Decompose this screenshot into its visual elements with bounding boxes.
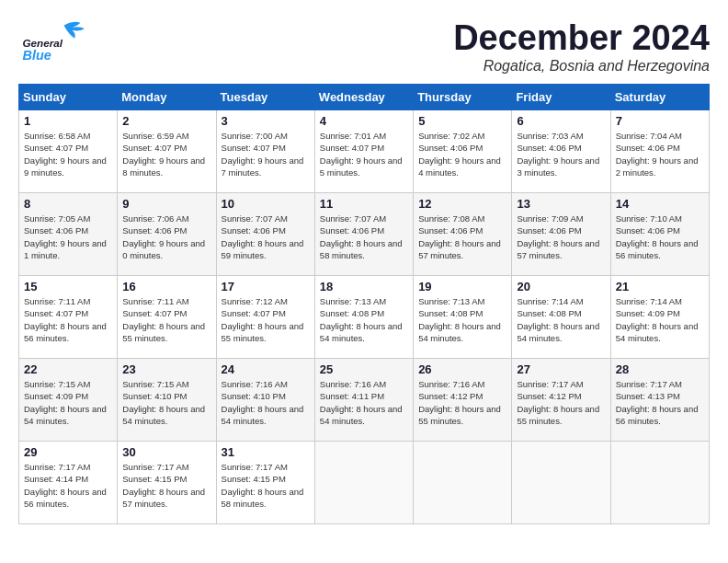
day-number: 5 bbox=[418, 114, 506, 128]
day-info: Sunrise: 7:12 AMSunset: 4:07 PMDaylight:… bbox=[222, 295, 310, 344]
day-number: 11 bbox=[320, 197, 408, 211]
calendar-cell: 22Sunrise: 7:15 AMSunset: 4:09 PMDayligh… bbox=[19, 359, 118, 442]
calendar-cell: 7Sunrise: 7:04 AMSunset: 4:06 PMDaylight… bbox=[610, 110, 709, 193]
day-info: Sunrise: 7:10 AMSunset: 4:06 PMDaylight:… bbox=[616, 213, 704, 261]
calendar-cell bbox=[314, 442, 413, 524]
day-number: 18 bbox=[320, 280, 408, 293]
day-info: Sunrise: 7:17 AMSunset: 4:13 PMDaylight:… bbox=[616, 378, 704, 427]
day-number: 22 bbox=[24, 362, 112, 376]
calendar-cell: 8Sunrise: 7:05 AMSunset: 4:06 PMDaylight… bbox=[19, 193, 118, 276]
day-number: 28 bbox=[616, 362, 704, 376]
day-number: 29 bbox=[24, 445, 112, 459]
calendar-cell: 17Sunrise: 7:12 AMSunset: 4:07 PMDayligh… bbox=[216, 276, 314, 359]
day-info: Sunrise: 7:06 AMSunset: 4:06 PMDaylight:… bbox=[122, 213, 210, 261]
calendar-cell: 2Sunrise: 6:59 AMSunset: 4:07 PMDaylight… bbox=[118, 110, 216, 193]
day-number: 9 bbox=[122, 197, 210, 211]
day-info: Sunrise: 7:11 AMSunset: 4:07 PMDaylight:… bbox=[122, 295, 210, 344]
header-friday: Friday bbox=[512, 85, 610, 110]
header-tuesday: Tuesday bbox=[216, 85, 314, 110]
week-row-3: 15Sunrise: 7:11 AMSunset: 4:07 PMDayligh… bbox=[19, 276, 710, 359]
header-wednesday: Wednesday bbox=[314, 85, 413, 110]
day-info: Sunrise: 7:15 AMSunset: 4:09 PMDaylight:… bbox=[24, 378, 112, 427]
day-info: Sunrise: 7:05 AMSunset: 4:06 PMDaylight:… bbox=[24, 213, 112, 261]
day-number: 8 bbox=[24, 197, 112, 211]
day-number: 31 bbox=[222, 445, 310, 459]
day-number: 24 bbox=[222, 362, 310, 376]
calendar-cell: 30Sunrise: 7:17 AMSunset: 4:15 PMDayligh… bbox=[118, 442, 216, 524]
calendar-cell: 12Sunrise: 7:08 AMSunset: 4:06 PMDayligh… bbox=[414, 193, 512, 276]
day-number: 16 bbox=[122, 280, 210, 293]
day-number: 30 bbox=[122, 445, 210, 459]
calendar-cell: 4Sunrise: 7:01 AMSunset: 4:07 PMDaylight… bbox=[314, 110, 413, 193]
page-header: General Blue December 2024 Rogatica, Bos… bbox=[18, 18, 710, 75]
day-number: 1 bbox=[24, 114, 112, 128]
logo-image: General Blue bbox=[18, 18, 101, 64]
logo: General Blue bbox=[18, 18, 101, 64]
calendar-cell: 1Sunrise: 6:58 AMSunset: 4:07 PMDaylight… bbox=[19, 110, 118, 193]
day-info: Sunrise: 7:01 AMSunset: 4:07 PMDaylight:… bbox=[320, 130, 408, 178]
calendar-cell: 14Sunrise: 7:10 AMSunset: 4:06 PMDayligh… bbox=[610, 193, 709, 276]
calendar-cell: 15Sunrise: 7:11 AMSunset: 4:07 PMDayligh… bbox=[19, 276, 118, 359]
calendar-body: 1Sunrise: 6:58 AMSunset: 4:07 PMDaylight… bbox=[19, 110, 710, 524]
week-row-5: 29Sunrise: 7:17 AMSunset: 4:14 PMDayligh… bbox=[19, 442, 710, 524]
day-info: Sunrise: 7:17 AMSunset: 4:12 PMDaylight:… bbox=[517, 378, 605, 427]
day-info: Sunrise: 7:02 AMSunset: 4:06 PMDaylight:… bbox=[418, 130, 506, 178]
day-info: Sunrise: 7:16 AMSunset: 4:11 PMDaylight:… bbox=[320, 378, 408, 427]
calendar-cell: 27Sunrise: 7:17 AMSunset: 4:12 PMDayligh… bbox=[512, 359, 610, 442]
day-number: 4 bbox=[320, 114, 408, 128]
day-info: Sunrise: 7:13 AMSunset: 4:08 PMDaylight:… bbox=[418, 295, 506, 344]
day-number: 12 bbox=[418, 197, 506, 211]
day-info: Sunrise: 7:14 AMSunset: 4:09 PMDaylight:… bbox=[616, 295, 704, 344]
day-number: 25 bbox=[320, 362, 408, 376]
day-number: 27 bbox=[517, 362, 605, 376]
day-info: Sunrise: 6:58 AMSunset: 4:07 PMDaylight:… bbox=[24, 130, 112, 178]
calendar-cell: 23Sunrise: 7:15 AMSunset: 4:10 PMDayligh… bbox=[118, 359, 216, 442]
calendar-cell: 25Sunrise: 7:16 AMSunset: 4:11 PMDayligh… bbox=[314, 359, 413, 442]
day-number: 21 bbox=[616, 280, 704, 293]
calendar-cell: 6Sunrise: 7:03 AMSunset: 4:06 PMDaylight… bbox=[512, 110, 610, 193]
day-info: Sunrise: 6:59 AMSunset: 4:07 PMDaylight:… bbox=[122, 130, 210, 178]
calendar-cell bbox=[512, 442, 610, 524]
day-number: 15 bbox=[24, 280, 112, 293]
calendar-cell: 10Sunrise: 7:07 AMSunset: 4:06 PMDayligh… bbox=[216, 193, 314, 276]
calendar-cell: 11Sunrise: 7:07 AMSunset: 4:06 PMDayligh… bbox=[314, 193, 413, 276]
svg-text:Blue: Blue bbox=[23, 48, 51, 63]
day-info: Sunrise: 7:16 AMSunset: 4:10 PMDaylight:… bbox=[222, 378, 310, 427]
day-info: Sunrise: 7:00 AMSunset: 4:07 PMDaylight:… bbox=[222, 130, 310, 178]
day-number: 3 bbox=[222, 114, 310, 128]
day-info: Sunrise: 7:04 AMSunset: 4:06 PMDaylight:… bbox=[616, 130, 704, 178]
day-number: 10 bbox=[222, 197, 310, 211]
calendar-cell: 5Sunrise: 7:02 AMSunset: 4:06 PMDaylight… bbox=[414, 110, 512, 193]
day-info: Sunrise: 7:07 AMSunset: 4:06 PMDaylight:… bbox=[222, 213, 310, 261]
calendar-cell: 21Sunrise: 7:14 AMSunset: 4:09 PMDayligh… bbox=[610, 276, 709, 359]
calendar-cell: 26Sunrise: 7:16 AMSunset: 4:12 PMDayligh… bbox=[414, 359, 512, 442]
calendar-cell: 19Sunrise: 7:13 AMSunset: 4:08 PMDayligh… bbox=[414, 276, 512, 359]
calendar-cell: 3Sunrise: 7:00 AMSunset: 4:07 PMDaylight… bbox=[216, 110, 314, 193]
calendar-cell: 16Sunrise: 7:11 AMSunset: 4:07 PMDayligh… bbox=[118, 276, 216, 359]
header-thursday: Thursday bbox=[414, 85, 512, 110]
calendar-cell: 9Sunrise: 7:06 AMSunset: 4:06 PMDaylight… bbox=[118, 193, 216, 276]
page-subtitle: Rogatica, Bosnia and Herzegovina bbox=[453, 58, 710, 75]
day-number: 19 bbox=[418, 280, 506, 293]
calendar-header: Sunday Monday Tuesday Wednesday Thursday… bbox=[19, 85, 710, 110]
day-number: 13 bbox=[517, 197, 605, 211]
week-row-2: 8Sunrise: 7:05 AMSunset: 4:06 PMDaylight… bbox=[19, 193, 710, 276]
calendar-cell: 18Sunrise: 7:13 AMSunset: 4:08 PMDayligh… bbox=[314, 276, 413, 359]
day-number: 7 bbox=[616, 114, 704, 128]
calendar-cell: 13Sunrise: 7:09 AMSunset: 4:06 PMDayligh… bbox=[512, 193, 610, 276]
day-info: Sunrise: 7:13 AMSunset: 4:08 PMDaylight:… bbox=[320, 295, 408, 344]
svg-text:General: General bbox=[23, 37, 63, 49]
calendar-cell: 20Sunrise: 7:14 AMSunset: 4:08 PMDayligh… bbox=[512, 276, 610, 359]
day-info: Sunrise: 7:03 AMSunset: 4:06 PMDaylight:… bbox=[517, 130, 605, 178]
day-info: Sunrise: 7:14 AMSunset: 4:08 PMDaylight:… bbox=[517, 295, 605, 344]
weekday-header-row: Sunday Monday Tuesday Wednesday Thursday… bbox=[19, 85, 710, 110]
day-info: Sunrise: 7:11 AMSunset: 4:07 PMDaylight:… bbox=[24, 295, 112, 344]
calendar-cell: 24Sunrise: 7:16 AMSunset: 4:10 PMDayligh… bbox=[216, 359, 314, 442]
day-number: 23 bbox=[122, 362, 210, 376]
title-block: December 2024 Rogatica, Bosnia and Herze… bbox=[453, 18, 710, 75]
day-info: Sunrise: 7:07 AMSunset: 4:06 PMDaylight:… bbox=[320, 213, 408, 261]
day-number: 17 bbox=[222, 280, 310, 293]
header-monday: Monday bbox=[118, 85, 216, 110]
week-row-1: 1Sunrise: 6:58 AMSunset: 4:07 PMDaylight… bbox=[19, 110, 710, 193]
day-info: Sunrise: 7:08 AMSunset: 4:06 PMDaylight:… bbox=[418, 213, 506, 261]
